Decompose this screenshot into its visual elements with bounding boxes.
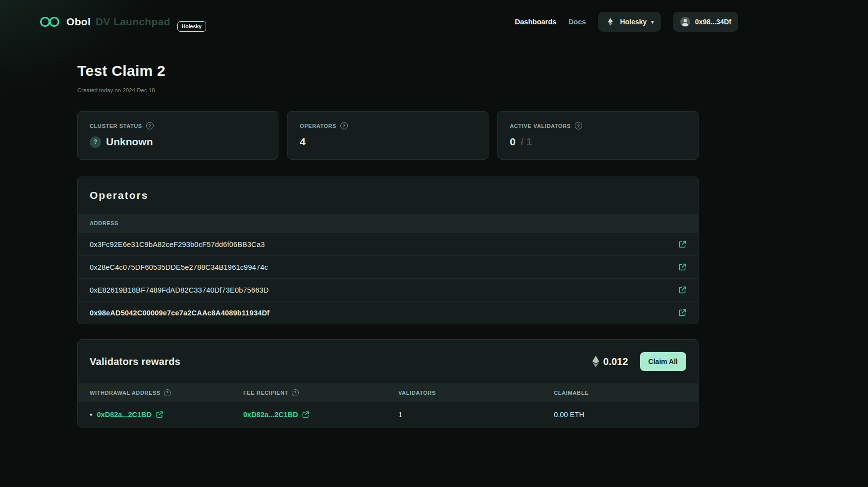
column-validators: VALIDATORS — [398, 390, 436, 396]
external-link-icon[interactable] — [679, 241, 686, 248]
external-link-icon[interactable] — [679, 286, 686, 294]
table-row-current-user: 0x98eAD5042C00009e7ce7a2CAAc8A4089b11934… — [78, 301, 698, 324]
stat-card-cluster-status: CLUSTER STATUS ? ? Unknown — [77, 111, 278, 160]
claim-all-button[interactable]: Claim All — [640, 352, 686, 371]
column-claimable: CLAIMABLE — [554, 390, 589, 396]
brand[interactable]: Obol DV Launchpad Holesky — [39, 15, 206, 28]
nav-dashboards[interactable]: Dashboards — [515, 18, 556, 26]
help-icon[interactable]: ? — [340, 122, 348, 129]
stats-row: CLUSTER STATUS ? ? Unknown OPERATORS ? 4… — [77, 111, 699, 160]
nav-docs[interactable]: Docs — [568, 18, 586, 26]
obol-logo-icon — [39, 15, 61, 28]
stat-label: OPERATORS — [300, 123, 336, 129]
operator-address: 0x98eAD5042C00009e7ce7a2CAAc8A4089b11934… — [90, 309, 270, 317]
fee-recipient-link[interactable]: 0xD82a...2C1BD — [243, 411, 298, 419]
operator-address: 0xE82619B18BF7489FdAD82C33740Df73E0b7566… — [90, 286, 269, 294]
brand-product: DV Launchpad — [96, 16, 170, 28]
help-icon[interactable]: ? — [146, 122, 154, 129]
operator-address: 0x28eC4c075DF60535DDE5e2788C34B1961c9947… — [90, 263, 268, 271]
help-icon[interactable]: ? — [164, 389, 171, 396]
network-selector[interactable]: Holesky ▾ — [598, 12, 661, 32]
unknown-status-icon: ? — [90, 136, 101, 148]
rewards-panel: Validators rewards 0.012 Claim All WITHD… — [77, 339, 699, 427]
operators-title: Operators — [90, 189, 148, 201]
help-icon[interactable]: ? — [575, 122, 582, 129]
stat-value: 0 — [510, 136, 516, 148]
wallet-button[interactable]: 0x98...34Df — [673, 12, 738, 32]
network-badge: Holesky — [177, 21, 206, 32]
validators-count: 1 — [398, 411, 402, 419]
column-withdrawal-address: WITHDRAWAL ADDRESS — [90, 390, 161, 396]
operators-table-header: ADDRESS — [78, 214, 698, 233]
rewards-row: ▾ 0xD82a...2C1BD 0xD82a...2C1BD — [78, 402, 698, 427]
table-row: 0x28eC4c075DF60535DDE5e2788C34B1961c9947… — [78, 255, 698, 278]
rewards-title: Validators rewards — [90, 356, 180, 367]
column-fee-recipient: FEE RECIPIENT — [243, 390, 288, 396]
wallet-address-label: 0x98...34Df — [695, 18, 731, 26]
expand-chevron-icon[interactable]: ▾ — [90, 412, 93, 418]
operator-address: 0x3Fc92E6e31C9bA82ceF293b0cF57dd6f06BB3C… — [90, 241, 265, 248]
ethereum-icon — [592, 356, 599, 367]
page-title: Test Claim 2 — [77, 62, 699, 79]
stat-total: / 1 — [521, 136, 532, 148]
rewards-total: 0.012 — [592, 356, 628, 367]
operators-panel: Operators ADDRESS 0x3Fc92E6e31C9bA82ceF2… — [77, 177, 699, 324]
external-link-icon[interactable] — [679, 263, 686, 271]
external-link-icon[interactable] — [679, 309, 686, 316]
stat-card-active-validators: ACTIVE VALIDATORS ? 0 / 1 — [497, 111, 699, 160]
rewards-table-header: WITHDRAWAL ADDRESS ? FEE RECIPIENT ? VAL… — [78, 383, 698, 402]
main-content: Test Claim 2 Created today on 2024 Dec 1… — [77, 62, 699, 427]
stat-label: ACTIVE VALIDATORS — [510, 123, 571, 129]
withdrawal-address-link[interactable]: 0xD82a...2C1BD — [97, 411, 152, 419]
help-icon[interactable]: ? — [292, 389, 299, 396]
external-link-icon[interactable] — [156, 411, 163, 418]
column-address: ADDRESS — [90, 220, 118, 226]
rewards-total-value: 0.012 — [603, 356, 628, 367]
header: Obol DV Launchpad Holesky Dashboards Doc… — [0, 0, 868, 44]
external-link-icon[interactable] — [302, 411, 309, 418]
ethereum-icon — [605, 16, 616, 27]
page-subtitle: Created today on 2024 Dec 18 — [77, 87, 699, 93]
network-selector-label: Holesky — [620, 18, 647, 26]
claimable-amount: 0.00 ETH — [554, 411, 584, 419]
chevron-down-icon: ▾ — [651, 19, 654, 25]
account-icon — [680, 16, 691, 27]
stat-value: 4 — [300, 136, 306, 148]
stat-value: Unknown — [106, 136, 153, 148]
header-nav: Dashboards Docs Holesky ▾ 0x98...34Df — [515, 12, 738, 32]
stat-label: CLUSTER STATUS — [90, 123, 142, 129]
stat-card-operators: OPERATORS ? 4 — [287, 111, 488, 160]
table-row: 0x3Fc92E6e31C9bA82ceF293b0cF57dd6f06BB3C… — [78, 233, 698, 255]
table-row: 0xE82619B18BF7489FdAD82C33740Df73E0b7566… — [78, 278, 698, 301]
brand-name: Obol — [66, 16, 91, 28]
